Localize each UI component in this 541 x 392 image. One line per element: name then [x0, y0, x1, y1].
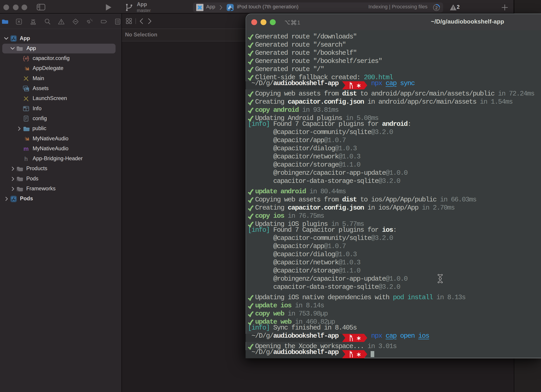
svg-text:2: 2: [435, 5, 438, 10]
